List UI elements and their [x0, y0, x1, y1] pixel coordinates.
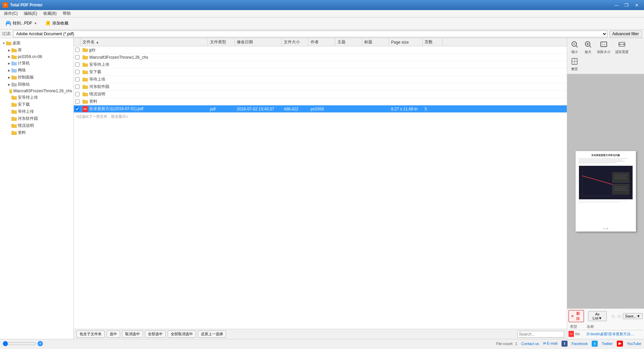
folder-icon — [83, 55, 88, 60]
row-checkbox[interactable] — [75, 99, 79, 104]
col-header-pages[interactable]: 页数 — [423, 38, 443, 46]
pdf-preview: 安卓屏道更新方式/常见问题 — [576, 151, 636, 232]
contact-us-link[interactable]: Contact us — [521, 342, 539, 346]
zoom-out-button[interactable]: 缩小 — [569, 40, 581, 55]
sidebar-item-network[interactable]: ▶ 网络 — [0, 67, 73, 74]
pdf-chart-svg — [579, 166, 633, 199]
fit-width-button[interactable]: 适应宽度 — [613, 40, 630, 55]
col-header-name[interactable]: 文件名 ▲ — [80, 38, 208, 46]
volume-add-button[interactable]: + — [38, 341, 43, 346]
search-input[interactable] — [517, 331, 564, 338]
menu-help[interactable]: 帮助 — [60, 10, 73, 17]
select-all-button[interactable]: 全部选中 — [145, 331, 166, 338]
revert-button[interactable]: 还原上一选择 — [198, 331, 226, 338]
twitter-icon[interactable]: t — [592, 341, 598, 347]
youtube-icon[interactable]: ▶ — [617, 341, 623, 347]
sidebar-item-library[interactable]: ▶ 库 — [0, 47, 73, 54]
row-checkbox[interactable] — [75, 62, 79, 67]
facebook-icon[interactable]: f — [561, 341, 568, 347]
folder-icon — [83, 62, 88, 67]
row-checkbox[interactable] — [75, 70, 79, 74]
filter-message[interactable]: <过滤出了一些文件，双击显示> — [74, 113, 567, 120]
row-checkbox-cell — [74, 70, 80, 74]
deselect-button[interactable]: 取消选中 — [122, 331, 143, 338]
sidebar-item-pending-upload[interactable]: 安等待上传 — [0, 94, 73, 101]
row-checkbox[interactable] — [75, 85, 79, 89]
file-name-cell: 等待上传 — [80, 77, 208, 82]
row-checkbox[interactable] — [75, 107, 79, 111]
folder-icon — [11, 116, 17, 121]
sidebar-item-waiting-upload[interactable]: 等待上传 — [0, 108, 73, 115]
zoom-in-button[interactable]: 放大 — [582, 40, 594, 55]
email-link[interactable]: ✉ E-mail — [543, 341, 557, 346]
sidebar-item-recycle-bin[interactable]: ▶ 回收站 — [0, 81, 73, 88]
col-header-date[interactable]: 修改日期 — [235, 38, 282, 46]
svg-point-3 — [9, 23, 10, 23]
include-subfolders-button[interactable]: 包含子文件夹 — [76, 331, 105, 338]
sidebar-item-desktop[interactable]: ▼ 桌面 — [0, 40, 73, 47]
col-header-pagesize[interactable]: Page size — [389, 38, 423, 46]
menu-action[interactable]: 操作(C) — [1, 10, 20, 17]
table-row[interactable]: 安下载 — [74, 68, 567, 76]
sidebar-item-pc0359[interactable]: ▶ pc0359.cn-06 — [0, 54, 73, 60]
sidebar-item-hedong[interactable]: 河东软件园 — [0, 115, 73, 122]
deselect-all-button[interactable]: 全部取消选中 — [168, 331, 196, 338]
expand-icon — [7, 116, 11, 121]
file-type-cell: pdf — [208, 107, 235, 111]
row-checkbox[interactable] — [75, 77, 79, 82]
fit-page-button[interactable]: 整页 — [569, 57, 581, 72]
table-row[interactable]: 河东软件园 — [74, 83, 567, 91]
queue-list-item[interactable]: PDF file D:\tools\桌面\安卓更新方法... — [569, 330, 643, 338]
svg-rect-35 — [83, 48, 85, 49]
facebook-link[interactable]: Facebook — [572, 342, 588, 346]
restore-button[interactable]: ❐ — [622, 1, 631, 9]
volume-slider[interactable] — [3, 341, 36, 346]
menu-edit[interactable]: 编辑(E) — [21, 10, 40, 17]
svg-rect-17 — [11, 76, 14, 77]
folder-icon — [83, 92, 88, 97]
file-list-body: jpfz Warcraft3FrozenThrone1.26_chs — [74, 46, 567, 329]
table-row[interactable]: 等待上传 — [74, 76, 567, 83]
add-bookmark-button[interactable]: ★ 添加收藏 — [42, 19, 71, 28]
svg-rect-23 — [11, 96, 14, 97]
select-button[interactable]: 选中 — [107, 331, 120, 338]
table-row[interactable]: Warcraft3FrozenThrone1.26_chs — [74, 54, 567, 61]
row-checkbox[interactable] — [75, 48, 79, 52]
sidebar-item-computer[interactable]: ▶ 计算机 — [0, 60, 73, 67]
sidebar-item-materials[interactable]: 资料 — [0, 129, 73, 136]
print-button[interactable]: 转到...PDF ▼ — [2, 19, 40, 28]
close-button[interactable]: ✕ — [632, 1, 641, 9]
file-name: 安下载 — [89, 69, 101, 75]
col-header-subject[interactable]: 主题 — [335, 38, 362, 46]
table-row[interactable]: 情况说明 — [74, 91, 567, 98]
youtube-link[interactable]: YouTube — [627, 342, 641, 346]
col-header-size[interactable]: 文件大小 — [282, 38, 309, 46]
table-row[interactable]: 资料 — [74, 98, 567, 105]
row-checkbox[interactable] — [75, 55, 79, 59]
row-checkbox-cell — [74, 62, 80, 67]
queue-list-button[interactable]: As List▼ — [588, 311, 607, 321]
sidebar-item-control-panel[interactable]: ▶ 控制面板 — [0, 74, 73, 81]
fit-page-icon — [571, 58, 578, 66]
filter-select[interactable]: Adobe Acrobat Document (*.pdf) — [13, 31, 607, 37]
col-header-title[interactable]: 标题 — [362, 38, 389, 46]
queue-save-button[interactable]: Save...▼ — [623, 313, 643, 319]
advanced-filter-button[interactable]: Advanced filter — [609, 31, 642, 37]
table-row[interactable]: 安等待上传 — [74, 61, 567, 68]
twitter-link[interactable]: Twitter — [602, 342, 612, 346]
sidebar-item-downloads[interactable]: 安下载 — [0, 101, 73, 108]
sidebar-item-situation[interactable]: 情况说明 — [0, 122, 73, 129]
menu-bar: 操作(C) 编辑(E) 收藏(B) 帮助 — [0, 10, 644, 17]
actual-size-button[interactable]: 1:1 实际大小 — [595, 40, 612, 55]
col-header-author[interactable]: 作者 — [309, 38, 335, 46]
queue-delete-button[interactable]: ✕ 删除 — [569, 310, 584, 322]
table-row[interactable]: PDF 安卓更新方法(2018-07-01).pdf pdf 2018-07-0… — [74, 105, 567, 113]
menu-bookmarks[interactable]: 收藏(B) — [41, 10, 59, 17]
expand-icon: ▶ — [7, 82, 11, 87]
row-checkbox[interactable] — [75, 92, 79, 96]
table-row[interactable]: jpfz — [74, 46, 567, 54]
minimize-button[interactable]: — — [612, 1, 621, 9]
file-name: 安卓更新方法(2018-07-01).pdf — [89, 106, 143, 112]
col-header-type[interactable]: 文件类型 — [208, 38, 235, 46]
sidebar-item-warcraft[interactable]: Warcraft3FrozenThrone1.26_chs — [0, 88, 73, 94]
